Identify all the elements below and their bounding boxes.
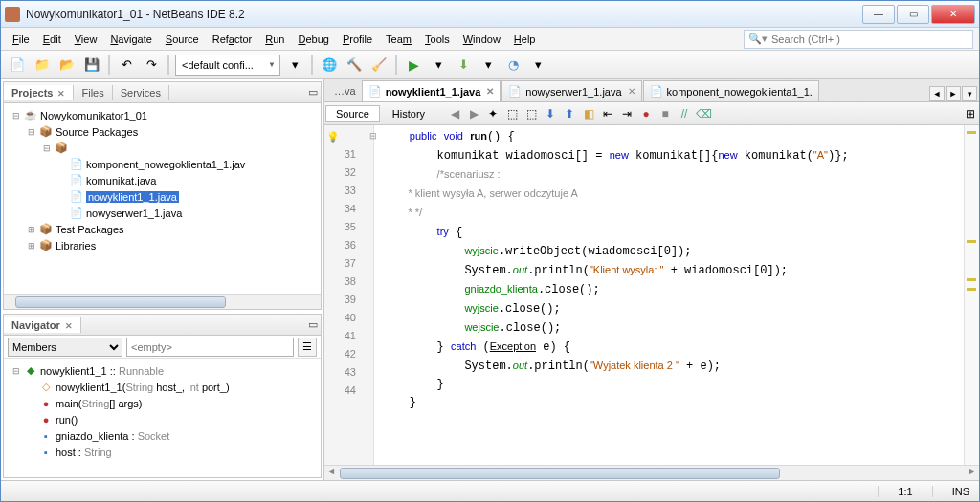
maximize-button[interactable]: ▭ [897, 5, 929, 24]
close-icon[interactable]: ✕ [65, 321, 73, 331]
navigator-filter-input[interactable] [126, 338, 294, 357]
menu-view[interactable]: View [69, 32, 103, 47]
back-icon[interactable]: ◀ [446, 105, 463, 122]
tab-projects[interactable]: Projects ✕ [4, 85, 74, 100]
run-config-selector[interactable]: <default confi... [175, 55, 280, 76]
minimize-button[interactable]: — [862, 5, 895, 24]
tab-services[interactable]: Services [113, 85, 169, 100]
shift-right-icon[interactable]: ⇥ [618, 105, 635, 122]
editor-tab-nowyserwer[interactable]: 📄 nowyserwer1_1.java✕ [501, 80, 641, 101]
projects-hscroll[interactable] [4, 294, 321, 309]
menu-file[interactable]: File [7, 32, 35, 47]
save-all-icon[interactable]: 💾 [81, 55, 102, 76]
navigator-node[interactable]: ⊟◆nowyklient1_1 :: Runnable [6, 362, 319, 379]
find-prev-icon[interactable]: ⬆ [561, 105, 578, 122]
menu-help[interactable]: Help [508, 32, 542, 47]
config-dropdown-icon[interactable]: ▾ [284, 55, 305, 76]
navigator-node[interactable]: ▪host : String [6, 444, 319, 460]
new-file-icon[interactable]: 📄 [7, 55, 28, 76]
navigator-node[interactable]: ◇nowyklient1_1(String host_, int port_) [6, 379, 319, 395]
menu-team[interactable]: Team [380, 32, 417, 47]
subtab-history[interactable]: History [382, 105, 435, 122]
next-bookmark-icon[interactable]: ⬚ [523, 105, 540, 122]
run-dropdown-icon[interactable]: ▾ [428, 55, 449, 76]
menu-debug[interactable]: Debug [292, 32, 334, 47]
quick-search[interactable]: 🔍▾ [744, 30, 973, 49]
toggle-bookmark-icon[interactable]: ⬚ [503, 105, 521, 122]
app-window: Nowykomunikator1_01 - NetBeans IDE 8.2 —… [0, 0, 980, 502]
insert-mode: INS [932, 486, 971, 497]
close-icon[interactable]: ✕ [57, 89, 65, 98]
tab-navigator[interactable]: Navigator ✕ [4, 317, 81, 333]
navigator-node[interactable]: ●run() [6, 411, 319, 427]
tree-node[interactable]: 📄nowyklient1_1.java [6, 188, 319, 205]
filter-icon[interactable]: ☰ [298, 338, 317, 357]
tab-list-icon[interactable]: ▾ [962, 86, 977, 101]
code-editor[interactable]: public void run() { komunikat wiadomosci… [374, 125, 964, 465]
editor-tab-komponent[interactable]: 📄 komponent_nowegoklienta1_1. [643, 80, 819, 101]
editor-tab-nowyklient[interactable]: 📄 nowyklient1_1.java✕ [362, 80, 501, 101]
find-selection-icon[interactable]: ⬇ [542, 105, 559, 122]
open-project-icon[interactable]: 📂 [56, 55, 78, 76]
close-icon[interactable]: ✕ [486, 86, 494, 97]
tab-scroll-left-icon[interactable]: ◄ [929, 86, 945, 101]
debug-dropdown-icon[interactable]: ▾ [478, 55, 499, 76]
tab-files[interactable]: Files [74, 85, 112, 100]
macro-start-icon[interactable]: ● [637, 105, 655, 122]
tree-node[interactable]: ⊟📦 [6, 140, 319, 156]
tab-overflow-prefix: …va [328, 85, 362, 97]
tree-node[interactable]: ⊟📦Source Packages [6, 123, 319, 140]
close-icon[interactable]: ✕ [628, 86, 635, 97]
menu-run[interactable]: Run [259, 32, 290, 47]
tree-node[interactable]: ⊞📦Libraries [6, 237, 319, 253]
tree-node[interactable]: ⊞📦Test Packages [6, 221, 319, 237]
panel-minimize-icon[interactable]: ▭ [305, 86, 321, 98]
profile-icon[interactable]: ◔ [502, 55, 523, 76]
members-select[interactable]: Members [8, 338, 122, 357]
uncomment-icon[interactable]: ⌫ [695, 105, 712, 122]
clean-icon[interactable]: 🧹 [368, 55, 390, 76]
menu-window[interactable]: Window [457, 32, 506, 47]
tree-node[interactable]: 📄nowyserwer1_1.java [6, 205, 319, 221]
panel-minimize-icon[interactable]: ▭ [305, 318, 321, 331]
debug-icon[interactable]: ⬇ [453, 55, 474, 76]
search-input[interactable] [771, 33, 969, 45]
editor-hscroll[interactable] [324, 465, 979, 480]
shift-left-icon[interactable]: ⇤ [599, 105, 616, 122]
navigator-node[interactable]: ●main(String[] args) [6, 395, 319, 411]
menu-tools[interactable]: Tools [419, 32, 456, 47]
menu-source[interactable]: Source [160, 32, 205, 47]
close-button[interactable]: ✕ [931, 5, 975, 24]
profile-dropdown-icon[interactable]: ▾ [527, 55, 548, 76]
line-gutter[interactable]: 💡 3132333435363738394041424344 [324, 125, 374, 465]
navigator-tree[interactable]: ⊟◆nowyklient1_1 :: Runnable◇nowyklient1_… [4, 359, 321, 477]
hint-bulb-icon[interactable]: 💡 [326, 128, 340, 146]
fold-column[interactable] [360, 125, 369, 465]
subtab-source[interactable]: Source [325, 105, 380, 122]
menu-profile[interactable]: Profile [337, 32, 378, 47]
clean-build-icon[interactable]: 🔨 [344, 55, 365, 76]
build-icon[interactable]: 🌐 [319, 55, 340, 76]
tab-scroll-right-icon[interactable]: ► [946, 86, 961, 101]
menu-navigate[interactable]: Navigate [104, 32, 157, 47]
titlebar: Nowykomunikator1_01 - NetBeans IDE 8.2 —… [1, 1, 979, 28]
split-icon[interactable]: ⊞ [962, 105, 979, 122]
redo-icon[interactable]: ↷ [141, 55, 162, 76]
macro-stop-icon[interactable]: ■ [657, 105, 674, 122]
menu-refactor[interactable]: Refactor [207, 32, 258, 47]
status-bar: 1:1 INS [1, 480, 979, 501]
tree-node[interactable]: 📄komunikat.java [6, 172, 319, 188]
tree-node[interactable]: 📄komponent_nowegoklienta1_1.jav [6, 156, 319, 172]
comment-icon[interactable]: // [676, 105, 693, 122]
error-stripe[interactable] [964, 125, 979, 465]
menu-edit[interactable]: Edit [37, 32, 67, 47]
last-edit-icon[interactable]: ✦ [484, 105, 501, 122]
run-icon[interactable]: ▶ [403, 55, 424, 76]
tree-node[interactable]: ⊟☕Nowykomunikator1_01 [6, 107, 319, 123]
navigator-node[interactable]: ▪gniazdo_klienta : Socket [6, 427, 319, 444]
projects-tree[interactable]: ⊟☕Nowykomunikator1_01⊟📦Source Packages⊟📦… [4, 103, 321, 294]
forward-icon[interactable]: ▶ [465, 105, 482, 122]
undo-icon[interactable]: ↶ [116, 55, 137, 76]
new-project-icon[interactable]: 📁 [32, 55, 53, 76]
highlight-icon[interactable]: ◧ [580, 105, 597, 122]
